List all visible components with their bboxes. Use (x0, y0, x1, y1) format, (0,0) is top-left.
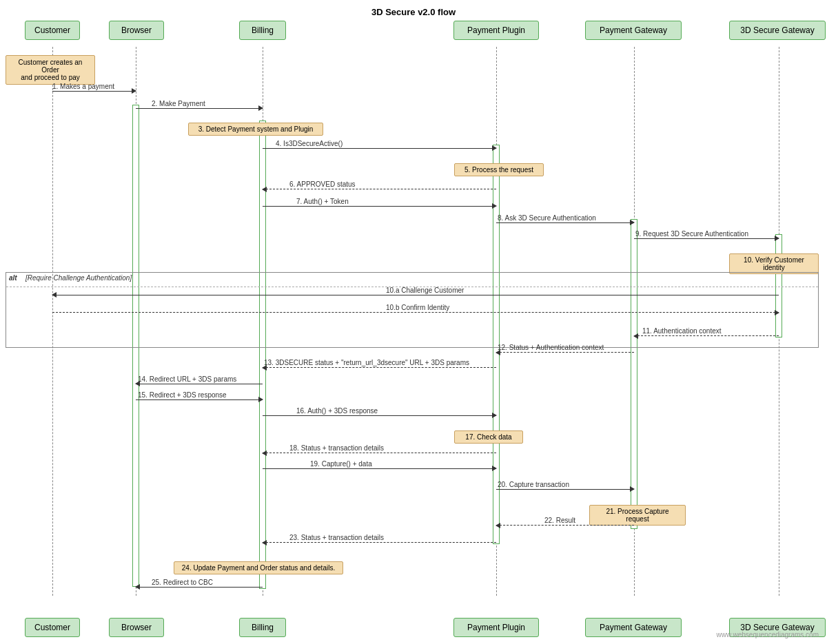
label-10b: 10.b Confirm Identity (386, 304, 449, 311)
lifeline-box-gateway-top: Payment Gateway (585, 21, 682, 40)
label-11: 11. Authentication context (642, 327, 722, 335)
arrow-4 (263, 148, 496, 149)
label-1: 1. Makes a payment (52, 83, 114, 90)
arrow-25 (136, 587, 263, 588)
lifeline-box-plugin-top: Payment Plugin (453, 21, 539, 40)
label-2: 2. Make Payment (152, 100, 205, 107)
label-16: 16. Auth() + 3DS response (296, 407, 378, 415)
diagram-title: 3D Secure v2.0 flow (0, 7, 827, 17)
arrow-2 (136, 108, 263, 109)
note-customer-creates-order: Customer creates an Orderand proceed to … (6, 55, 95, 85)
arrow-12 (496, 352, 634, 353)
lifeline-box-billing-bottom: Billing (239, 618, 286, 637)
arrow-11 (634, 335, 779, 336)
label-25: 25. Redirect to CBC (152, 579, 213, 586)
label-20: 20. Capture transaction (498, 481, 569, 488)
arrow-7 (263, 206, 496, 207)
alt-condition: [Require Challenge Authentication] (25, 274, 132, 282)
watermark: www.websequencediagrams.com (717, 631, 819, 638)
label-4: 4. Is3DSecureActive() (276, 140, 343, 147)
lifeline-box-3d-top: 3D Secure Gateway (729, 21, 826, 40)
lifeline-box-customer-top: Customer (25, 21, 80, 40)
label-15: 15. Redirect + 3DS response (138, 391, 227, 399)
arrow-15 (136, 399, 263, 400)
arrow-22 (496, 525, 634, 526)
arrow-10a (52, 295, 779, 295)
arrow-9 (634, 238, 779, 239)
arrow-13 (263, 367, 496, 368)
arrow-23 (263, 542, 496, 543)
label-19: 19. Capture() + data (310, 460, 372, 468)
diagram-container: 3D Secure v2.0 flow Customer Browser Bil… (0, 0, 827, 644)
note-detect-payment: 3. Detect Payment system and Plugin (188, 123, 323, 136)
lifeline-box-plugin-bottom: Payment Plugin (453, 618, 539, 637)
note-process-capture: 21. Process Capture request (589, 505, 686, 526)
label-10a: 10.a Challenge Customer (386, 287, 464, 294)
lifeline-box-browser-top: Browser (109, 21, 164, 40)
label-8: 8. Ask 3D Secure Authentication (498, 214, 596, 222)
alt-label: alt (9, 274, 17, 282)
arrow-10b (52, 312, 779, 313)
label-12: 12. Status + Authentication context (498, 344, 604, 351)
arrow-18 (263, 453, 496, 453)
lifeline-box-gateway-bottom: Payment Gateway (585, 618, 682, 637)
arrow-6 (263, 189, 496, 189)
note-update-payment: 24. Update Payment and Order status and … (174, 561, 343, 574)
arrow-1 (52, 91, 136, 92)
arrow-14 (136, 384, 263, 384)
label-14: 14. Redirect URL + 3DS params (138, 375, 236, 383)
label-7: 7. Auth() + Token (296, 198, 349, 205)
arrow-20 (496, 489, 634, 490)
arrow-8 (496, 222, 634, 223)
arrow-16 (263, 415, 496, 416)
lifeline-box-browser-bottom: Browser (109, 618, 164, 637)
note-process-request: 5. Process the request (454, 163, 544, 176)
note-verify-identity: 10. Verify Customer identity (729, 253, 819, 274)
label-23: 23. Status + transaction details (289, 534, 384, 541)
label-22: 22. Result (544, 517, 575, 524)
activation-gateway (631, 219, 637, 529)
note-check-data: 17. Check data (454, 430, 523, 444)
lifeline-box-billing-top: Billing (239, 21, 286, 40)
label-13: 13. 3DSECURE status + "return_url_3dsecu… (264, 359, 469, 366)
lifeline-box-customer-bottom: Customer (25, 618, 80, 637)
label-18: 18. Status + transaction details (289, 444, 384, 452)
arrow-19 (263, 468, 496, 469)
label-9: 9. Request 3D Secure Authentication (635, 230, 748, 238)
label-6: 6. APPROVED status (289, 180, 356, 188)
